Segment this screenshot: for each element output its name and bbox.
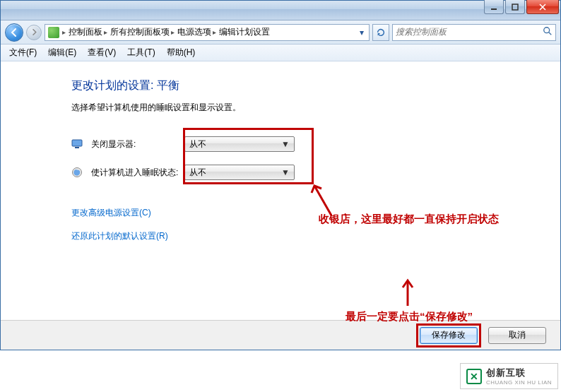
- close-icon: [539, 4, 546, 11]
- search-placeholder: 搜索控制面板: [396, 26, 447, 38]
- address-dropdown-button[interactable]: ▾: [356, 25, 367, 40]
- setting-sleep-label: 使计算机进入睡眠状态:: [91, 167, 184, 179]
- svg-rect-1: [512, 4, 518, 10]
- annotation-highlight-save: 保存修改: [416, 323, 481, 348]
- setting-sleep-combo[interactable]: 从不 ▼: [184, 165, 295, 180]
- search-input[interactable]: 搜索控制面板: [392, 24, 556, 41]
- breadcrumb-item-3[interactable]: 编辑计划设置: [219, 26, 270, 38]
- button-bar: 保存修改 取消: [1, 320, 560, 350]
- save-button[interactable]: 保存修改: [420, 327, 478, 344]
- svg-line-3: [549, 32, 552, 35]
- control-panel-icon: [48, 27, 59, 38]
- setting-display-value: 从不: [189, 138, 206, 150]
- search-icon[interactable]: [543, 26, 553, 38]
- watermark-logo-icon: ✕: [466, 369, 482, 384]
- menu-bar: 文件(F) 编辑(E) 查看(V) 工具(T) 帮助(H): [1, 44, 560, 61]
- setting-display-label: 关闭显示器:: [91, 138, 176, 150]
- svg-rect-4: [72, 140, 82, 146]
- setting-sleep-row: 使计算机进入睡眠状态: 从不 ▼: [71, 163, 560, 182]
- window-buttons: [484, 0, 559, 14]
- page-subtext: 选择希望计算机使用的睡眠设置和显示设置。: [71, 102, 560, 114]
- menu-file[interactable]: 文件(F): [4, 44, 42, 61]
- svg-rect-0: [491, 8, 497, 10]
- arrow-left-icon: [10, 28, 18, 37]
- menu-edit[interactable]: 编辑(E): [42, 44, 82, 61]
- annotation-text-1: 收银店，这里最好都一直保持开启状态: [319, 213, 499, 226]
- explorer-window: ▸ 控制面板 ▸ 所有控制面板项 ▸ 电源选项 ▸ 编辑计划设置 ▾ 搜索控制面…: [0, 0, 561, 350]
- titlebar: [1, 1, 560, 20]
- nav-bar: ▸ 控制面板 ▸ 所有控制面板项 ▸ 电源选项 ▸ 编辑计划设置 ▾ 搜索控制面…: [1, 20, 560, 44]
- nav-back-button[interactable]: [5, 23, 23, 42]
- svg-rect-5: [75, 147, 79, 148]
- menu-help[interactable]: 帮助(H): [161, 44, 201, 61]
- watermark-text: 创新互联 CHUANG XIN HU LIAN: [486, 367, 552, 386]
- minimize-button[interactable]: [484, 0, 504, 14]
- watermark: ✕ 创新互联 CHUANG XIN HU LIAN: [460, 363, 558, 389]
- close-button[interactable]: [526, 0, 559, 14]
- breadcrumb-sep[interactable]: ▸: [62, 28, 66, 36]
- refresh-icon: [376, 28, 386, 37]
- menu-tools[interactable]: 工具(T): [122, 44, 160, 61]
- setting-display-combo[interactable]: 从不 ▼: [184, 136, 295, 152]
- breadcrumb-item-1[interactable]: 所有控制面板项 ▸: [110, 26, 175, 38]
- setting-sleep-value: 从不: [189, 167, 206, 179]
- content-area: 更改计划的设置: 平衡 选择希望计算机使用的睡眠设置和显示设置。 关闭显示器: …: [1, 63, 560, 320]
- menu-view[interactable]: 查看(V): [82, 44, 122, 61]
- refresh-button[interactable]: [372, 24, 389, 41]
- maximize-icon: [512, 4, 519, 11]
- cancel-button[interactable]: 取消: [488, 327, 546, 344]
- page-heading: 更改计划的设置: 平衡: [71, 78, 560, 93]
- arrow-right-icon: [31, 29, 37, 35]
- chevron-down-icon: ▼: [281, 139, 290, 149]
- setting-display-row: 关闭显示器: 从不 ▼: [71, 135, 560, 153]
- link-restore-defaults[interactable]: 还原此计划的默认设置(R): [71, 230, 560, 242]
- svg-point-2: [544, 28, 550, 33]
- breadcrumb-item-2[interactable]: 电源选项 ▸: [177, 26, 216, 38]
- maximize-button[interactable]: [505, 0, 525, 14]
- display-icon: [71, 138, 83, 150]
- chevron-down-icon: ▼: [281, 167, 290, 177]
- minimize-icon: [490, 4, 497, 11]
- sleep-icon: [71, 167, 83, 178]
- breadcrumb-item-0[interactable]: 控制面板 ▸: [69, 26, 107, 38]
- nav-forward-button[interactable]: [26, 25, 42, 40]
- address-bar[interactable]: ▸ 控制面板 ▸ 所有控制面板项 ▸ 电源选项 ▸ 编辑计划设置 ▾: [45, 24, 370, 41]
- annotation-text-2: 最后一定要点击“保存修改”: [346, 310, 473, 323]
